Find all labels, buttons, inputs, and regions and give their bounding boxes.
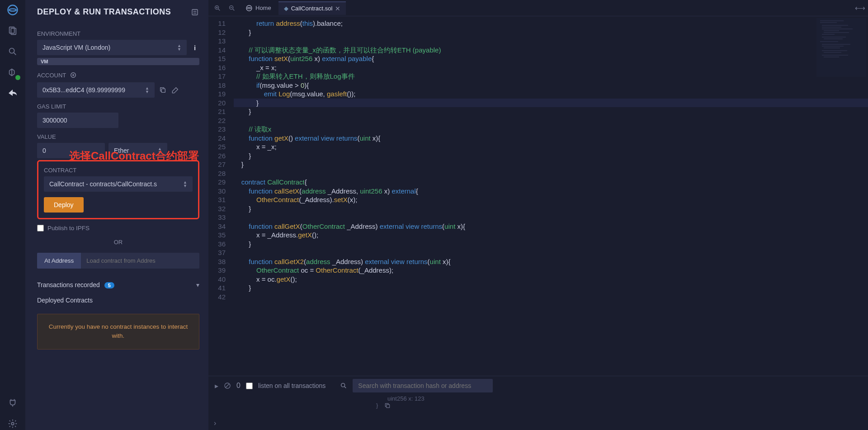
svg-line-42 [344, 387, 346, 388]
copy-icon[interactable] [384, 402, 391, 409]
close-icon[interactable]: ✕ [335, 5, 340, 12]
gas-label: GAS LIMIT [37, 103, 199, 110]
plugin-icon[interactable] [6, 397, 19, 409]
or-text: OR [37, 239, 199, 246]
highlight-annotation: 选择CallContract合约部署 CONTRACT CallContract… [37, 160, 199, 219]
terminal-caret-icon[interactable]: › [208, 416, 868, 430]
add-account-icon[interactable] [69, 71, 78, 80]
trans-count-badge: 5 [104, 282, 114, 288]
icon-sidebar [0, 0, 25, 430]
svg-rect-7 [193, 11, 197, 11]
svg-line-18 [233, 9, 234, 10]
expand-icon[interactable]: ⟷ [855, 4, 865, 12]
deploy-panel: DEPLOY & RUN TRANSACTIONS ENVIRONMENT Ja… [25, 0, 208, 430]
terminal: ▸ 0 listen on all transactions uint256 x… [208, 376, 868, 430]
panel-title: DEPLOY & RUN TRANSACTIONS [37, 7, 171, 17]
no-contracts-notice: Currently you have no contract instances… [37, 314, 199, 350]
svg-point-5 [11, 422, 14, 425]
highlight-text: 选择CallContract合约部署 [69, 149, 199, 163]
at-address-input[interactable] [81, 253, 199, 269]
terminal-output: uint256 x: 123 } [208, 395, 868, 416]
svg-point-41 [341, 383, 345, 387]
updown-icon: ▲▼ [183, 180, 187, 188]
zoom-in-icon[interactable] [211, 2, 224, 14]
settings-icon[interactable] [6, 417, 19, 430]
compiler-icon[interactable] [6, 66, 19, 79]
svg-rect-43 [387, 404, 390, 407]
tx-search-input[interactable] [353, 379, 493, 392]
account-select[interactable]: 0x5B3...eddC4 (89.99999999 ▲▼ [37, 82, 155, 98]
at-address-button[interactable]: At Address [37, 253, 81, 269]
value-label: VALUE [37, 133, 199, 140]
listen-checkbox[interactable] [246, 383, 253, 389]
pending-count: 0 [236, 382, 241, 390]
updown-icon: ▲▼ [177, 44, 181, 51]
ipfs-checkbox[interactable] [37, 225, 44, 232]
svg-rect-8 [193, 13, 197, 13]
tabs-bar: Home ◆ CallContract.sol ✕ [208, 0, 868, 16]
search-icon[interactable] [340, 382, 347, 389]
search-icon[interactable] [6, 45, 19, 58]
main-area: Home ◆ CallContract.sol ✕ ⟷ 111213141516… [208, 0, 868, 430]
tab-file[interactable]: ◆ CallContract.sol ✕ [278, 1, 346, 15]
line-gutter: 1112131415161718192021222324252627282930… [208, 16, 234, 376]
gas-input[interactable] [37, 113, 118, 128]
transactions-recorded-row[interactable]: Transactions recorded 5 ▾ [37, 281, 199, 288]
deploy-button[interactable]: Deploy [44, 197, 84, 213]
files-icon[interactable] [6, 24, 19, 37]
svg-line-4 [14, 53, 16, 55]
ipfs-checkbox-row[interactable]: Publish to IPFS [37, 225, 199, 232]
svg-line-14 [218, 9, 220, 10]
edit-icon[interactable] [171, 85, 180, 95]
account-label: ACCOUNT [37, 71, 199, 80]
solidity-icon: ◆ [284, 5, 288, 12]
env-select[interactable]: JavaScript VM (London) ▲▼ [37, 40, 187, 55]
svg-point-3 [9, 48, 14, 53]
svg-rect-12 [161, 89, 165, 92]
svg-rect-6 [192, 9, 198, 15]
vm-badge: VM [37, 58, 199, 65]
logo-icon[interactable] [6, 4, 19, 16]
code-editor[interactable]: 1112131415161718192021222324252627282930… [208, 16, 868, 376]
code-area[interactable]: return address(this).balance; } // 可以调整状… [234, 16, 868, 376]
block-icon[interactable] [224, 382, 231, 389]
minimap[interactable] [816, 18, 866, 77]
listen-label: listen on all transactions [258, 382, 326, 389]
chevron-down-icon[interactable]: ▾ [196, 281, 199, 288]
contract-select[interactable]: CallContract - contracts/CallContract.s … [44, 176, 193, 192]
copy-icon[interactable] [158, 85, 167, 95]
info-icon[interactable]: i [190, 43, 199, 52]
deployed-contracts-label: Deployed Contracts [37, 297, 199, 304]
tab-home[interactable]: Home [240, 2, 277, 14]
contract-label: CONTRACT [44, 167, 193, 174]
deploy-icon[interactable] [6, 87, 19, 99]
zoom-out-icon[interactable] [226, 2, 238, 14]
env-label: ENVIRONMENT [37, 30, 199, 37]
updown-icon: ▲▼ [145, 86, 149, 94]
terminal-toggle-icon[interactable]: ▸ [215, 382, 218, 390]
svg-line-40 [226, 384, 229, 387]
panel-menu-icon[interactable] [190, 8, 199, 17]
